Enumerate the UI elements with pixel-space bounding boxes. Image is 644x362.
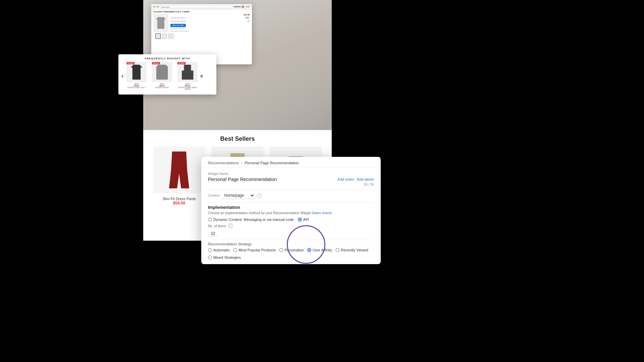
dot-green — [157, 6, 159, 7]
widget-name-label: Widget Name — [208, 172, 374, 176]
strategy-most-popular[interactable]: Most Popular Products — [233, 248, 276, 252]
size-option-row: Choose size options XXS — [170, 16, 250, 19]
fbt-next-btn[interactable]: › — [200, 75, 203, 77]
browser-bar: theive.com THEIVE CART — [151, 4, 252, 9]
product-details: $17.95 Choose size options XXS Choose yo… — [170, 14, 250, 32]
cart-text: CART — [245, 6, 250, 8]
breadcrumb-current: Personal Page Recommendation — [245, 161, 299, 165]
fbt-item-1: ON SALE $31.69 $19.26 CROSSFIT CAMO LOGO… — [125, 62, 148, 88]
tshirt-icon — [156, 17, 166, 29]
strategy-automatic[interactable]: Automatic — [208, 248, 230, 252]
logo-text: THEIVE — [233, 6, 241, 8]
bs-img-1 — [153, 146, 205, 193]
add-to-cart-button[interactable]: ADD TO CART — [170, 24, 186, 27]
widget-name-input[interactable] — [208, 177, 337, 182]
divider-3 — [208, 240, 374, 240]
thumb-2[interactable] — [162, 34, 167, 39]
breadcrumb-separator: › — [241, 161, 243, 165]
strategy-radio-popular[interactable] — [233, 248, 237, 252]
breadcrumb-parent[interactable]: Recommendations — [208, 161, 239, 165]
product-area: $17.95 Choose size options XXS Choose yo… — [153, 14, 250, 32]
next-arrow[interactable]: › — [174, 35, 175, 38]
qty-option-row: Choose your options 1 — [170, 20, 250, 22]
size-label: Choose size options — [170, 17, 185, 19]
implementation-desc: Choose an implementation method for your… — [208, 211, 374, 215]
fbt-name-1: CROSSFIT CAMO LOGO T — [125, 87, 148, 88]
advanced-settings-toggle[interactable]: ADVANCED SETTINGS ⌄ — [208, 263, 374, 263]
size-value: XXS — [245, 16, 250, 19]
thumb-3[interactable] — [168, 34, 173, 39]
implementation-title: Implementation — [208, 205, 374, 210]
fbt-img-1: ON SALE — [126, 62, 147, 82]
product-details-link[interactable]: PRODUCT DETAILS — [170, 28, 250, 30]
add-labels-link[interactable]: Add labels — [357, 177, 374, 181]
fbt-item-3: ON SALE $71.36 $51.26 CROSSFIT GAMES SPE… — [176, 62, 199, 90]
strategy-label: Recommendation Strategy — [208, 242, 374, 246]
pants-shape-1 — [169, 152, 189, 188]
url-text: theive.com — [161, 6, 169, 8]
strategy-personalize[interactable]: Personalize — [279, 248, 304, 252]
item1-shape — [131, 65, 143, 80]
qty-value: 1 — [247, 20, 250, 22]
no-items-help-icon[interactable]: ⓘ — [228, 224, 233, 228]
dot-yellow — [155, 6, 157, 7]
widget-config-panel: Recommendations › Personal Page Recommen… — [201, 157, 381, 264]
product-price: $17.95 — [170, 14, 250, 16]
context-help-icon[interactable]: ? — [257, 193, 262, 198]
implementation-radio-group: Dynamic Content, Messaging or via manual… — [208, 218, 374, 222]
no-items-label: No. of Items — [208, 224, 226, 228]
strategy-user-affinity[interactable]: User Affinity — [307, 248, 332, 252]
fbt-name-2: CROSSFIT HOODIE — [151, 87, 173, 88]
breadcrumb: Recommendations › Personal Page Recommen… — [201, 157, 381, 168]
sale-badge-1: ON SALE — [126, 62, 135, 64]
strategy-radio-mixed[interactable] — [208, 255, 212, 259]
context-select[interactable]: Homepage — [221, 192, 255, 199]
learn-more-link[interactable]: learn more — [313, 211, 331, 215]
bs-item-1: Slim Fit Dress Pants $54.00 — [153, 146, 205, 205]
fbt-item-2: ON SALE $88.44 $53.16 CROSSFIT HOODIE — [151, 62, 173, 88]
strategy-radio-recently-viewed[interactable] — [335, 248, 339, 252]
implementation-section: Implementation Choose an implementation … — [208, 205, 374, 236]
thumb-1[interactable] — [155, 34, 161, 39]
fbt-img-2: ON SALE — [152, 62, 172, 82]
product-title: CrossFit® SPEEDWICK F.E.F. T-SHIRT — [153, 11, 250, 13]
divider-2 — [208, 202, 374, 203]
fbt-prev-btn[interactable]: ‹ — [121, 75, 124, 77]
divider-1 — [208, 190, 374, 190]
no-items-row: No. of Items ⓘ — [208, 224, 374, 228]
browser-dots — [153, 6, 159, 7]
sale-badge-2: ON SALE — [152, 62, 160, 64]
delivery-returns-link[interactable]: DELIVERY & RETURNS — [170, 30, 250, 32]
impl-option1[interactable]: Dynamic Content, Messaging or via manual… — [208, 218, 294, 222]
browser-nav-icons: THEIVE CART — [233, 5, 250, 8]
strategy-radio-user-affinity[interactable] — [307, 248, 311, 252]
strategy-radio-row: Automatic Most Popular Products Personal… — [208, 248, 374, 259]
impl-option2[interactable]: API — [298, 218, 309, 222]
bs-name-1: Slim Fit Dress Pants — [153, 197, 205, 201]
widget-body: Widget Name Add notes Add labels 28 / 35… — [201, 168, 381, 263]
impl-radio2[interactable] — [298, 218, 302, 222]
item3-shape — [182, 65, 194, 80]
fbt-items-list: ON SALE $31.69 $19.26 CROSSFIT CAMO LOGO… — [125, 62, 199, 90]
add-notes-link[interactable]: Add notes — [337, 177, 354, 181]
strategy-radio-personalize[interactable] — [279, 248, 283, 252]
items-count-input[interactable] — [208, 231, 218, 236]
fbt-name-3: CROSSFIT GAMES SPEED SHORTS — [176, 87, 199, 90]
fbt-img-3: ON SALE — [177, 62, 198, 82]
strategy-section: Recommendation Strategy Automatic Most P… — [208, 242, 374, 259]
bs-price-1: $54.00 — [153, 201, 205, 205]
user-icon — [241, 5, 244, 8]
item2-shape — [156, 65, 168, 80]
impl-radio1[interactable] — [208, 218, 212, 222]
char-count: 28 / 35 — [208, 183, 374, 186]
strategy-mixed[interactable]: Mixed Strategies — [208, 255, 241, 259]
advanced-settings-label: ADVANCED SETTINGS — [208, 263, 248, 263]
prev-arrow[interactable]: ‹ — [153, 35, 154, 38]
fbt-content: ‹ ON SALE $31.69 $19.26 CROSSFIT CAMO LO… — [121, 62, 214, 90]
strategy-recently-viewed[interactable]: Recently Viewed — [335, 248, 368, 252]
context-row: Context Homepage ? — [208, 192, 374, 199]
browser-url: theive.com — [160, 5, 232, 8]
strategy-radio-automatic[interactable] — [208, 248, 212, 252]
frequently-bought-with-panel: FREQUENTLY BOUGHT WITH ‹ ON SALE $31.69 … — [118, 54, 216, 95]
browser-content: CrossFit® SPEEDWICK F.E.F. T-SHIRT $17.9… — [151, 9, 252, 40]
